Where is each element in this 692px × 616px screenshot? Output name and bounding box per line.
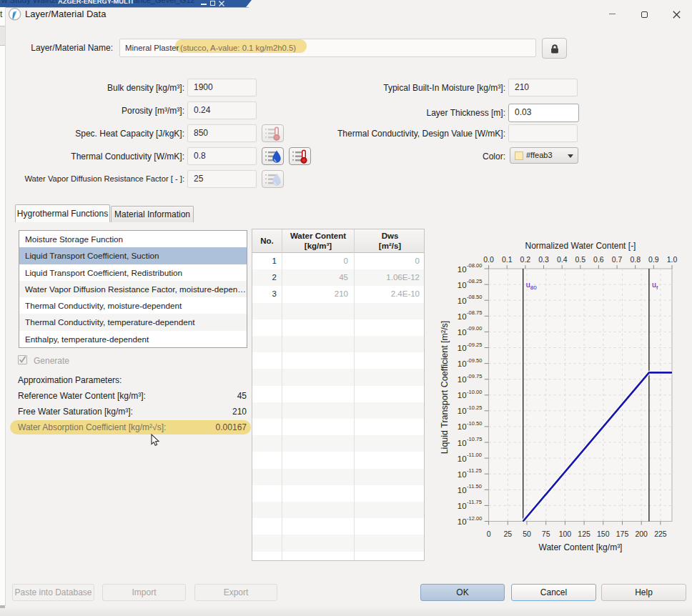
svg-text:-09.50: -09.50 bbox=[467, 357, 482, 364]
svg-text:-12.00: -12.00 bbox=[467, 515, 482, 522]
svg-text:225: 225 bbox=[654, 530, 667, 538]
svg-text:10: 10 bbox=[458, 502, 467, 510]
svg-text:10: 10 bbox=[458, 265, 467, 274]
svg-text:10: 10 bbox=[458, 281, 467, 289]
svg-text:Water Content [kg/m³]: Water Content [kg/m³] bbox=[539, 542, 623, 552]
svg-text:-08.75: -08.75 bbox=[467, 309, 482, 316]
svg-text:10: 10 bbox=[458, 517, 467, 526]
svg-text:-08.00: -08.00 bbox=[467, 262, 482, 269]
svg-text:0: 0 bbox=[487, 530, 491, 538]
svg-text:10: 10 bbox=[458, 344, 467, 352]
svg-text:10: 10 bbox=[458, 439, 467, 447]
svg-text:-09.00: -09.00 bbox=[467, 325, 482, 332]
svg-text:-09.75: -09.75 bbox=[467, 373, 482, 379]
svg-text:1.0: 1.0 bbox=[667, 255, 678, 264]
svg-text:-10.25: -10.25 bbox=[467, 404, 482, 411]
svg-text:0.1: 0.1 bbox=[502, 255, 513, 264]
svg-text:10: 10 bbox=[458, 359, 467, 368]
svg-text:10: 10 bbox=[458, 454, 467, 463]
svg-text:0.4: 0.4 bbox=[557, 255, 568, 264]
svg-text:0.5: 0.5 bbox=[575, 255, 585, 264]
svg-text:10: 10 bbox=[458, 328, 467, 337]
svg-text:-10.75: -10.75 bbox=[467, 436, 482, 442]
svg-text:-10.50: -10.50 bbox=[467, 420, 482, 427]
svg-text:0.0: 0.0 bbox=[483, 255, 494, 264]
svg-text:Liquid Transport Coefficient [: Liquid Transport Coefficient [m²/s] bbox=[440, 321, 450, 454]
svg-text:10: 10 bbox=[458, 312, 467, 321]
svg-text:10: 10 bbox=[458, 391, 467, 399]
svg-text:10: 10 bbox=[458, 486, 467, 495]
svg-text:200: 200 bbox=[635, 530, 648, 538]
svg-text:0.7: 0.7 bbox=[612, 255, 623, 264]
svg-text:10: 10 bbox=[458, 407, 467, 415]
svg-text:-09.25: -09.25 bbox=[467, 342, 482, 348]
svg-text:-10.00: -10.00 bbox=[467, 389, 482, 395]
svg-text:125: 125 bbox=[578, 530, 590, 538]
svg-text:100: 100 bbox=[559, 530, 572, 538]
svg-text:-11.50: -11.50 bbox=[467, 483, 482, 490]
svg-text:0.3: 0.3 bbox=[538, 255, 549, 264]
svg-text:10: 10 bbox=[458, 470, 467, 479]
svg-text:175: 175 bbox=[616, 530, 629, 538]
svg-text:-11.75: -11.75 bbox=[467, 499, 482, 505]
svg-text:10: 10 bbox=[458, 297, 467, 305]
svg-text:25: 25 bbox=[503, 530, 512, 538]
svg-text:50: 50 bbox=[523, 530, 531, 538]
svg-text:150: 150 bbox=[597, 530, 610, 538]
svg-text:0.9: 0.9 bbox=[648, 255, 659, 264]
svg-text:Normalized Water Content [-]: Normalized Water Content [-] bbox=[525, 241, 636, 251]
svg-text:-08.50: -08.50 bbox=[467, 294, 482, 300]
svg-text:-08.25: -08.25 bbox=[467, 278, 482, 284]
svg-text:0.6: 0.6 bbox=[593, 255, 604, 264]
svg-text:0.2: 0.2 bbox=[520, 255, 531, 264]
svg-text:-11.00: -11.00 bbox=[467, 452, 482, 458]
svg-text:10: 10 bbox=[458, 422, 467, 431]
svg-text:80: 80 bbox=[530, 284, 537, 291]
svg-text:0.8: 0.8 bbox=[630, 255, 641, 264]
svg-text:-11.25: -11.25 bbox=[467, 467, 482, 474]
svg-text:10: 10 bbox=[458, 375, 467, 384]
svg-text:75: 75 bbox=[542, 530, 550, 538]
